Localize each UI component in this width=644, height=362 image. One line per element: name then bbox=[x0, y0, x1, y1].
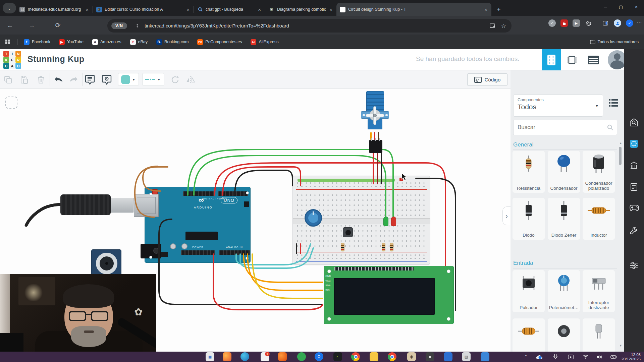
bookmark-amazon[interactable]: aAmazon.es bbox=[92, 39, 121, 45]
copy-icon[interactable] bbox=[3, 74, 13, 85]
minimize-button[interactable]: ─ bbox=[598, 4, 613, 9]
piezo-module[interactable] bbox=[91, 249, 121, 277]
taskbar-file-explorer[interactable]: ▣ bbox=[206, 352, 214, 361]
tinkercad-logo[interactable]: T I N K E R C A D bbox=[3, 51, 20, 69]
breadboard-view-button[interactable] bbox=[542, 49, 561, 70]
taskbar-folder[interactable] bbox=[370, 352, 378, 361]
arduino-uno-board[interactable]: DIGITAL (PWM~) ∞ ARDUINO UNO POWER ANALO… bbox=[145, 187, 251, 263]
bookmark-booking[interactable]: B.Booking.com bbox=[156, 39, 189, 45]
search-components-icon[interactable] bbox=[630, 118, 638, 127]
scroll-down-icon[interactable]: ▼ bbox=[619, 344, 622, 347]
search-box[interactable] bbox=[513, 120, 617, 135]
taskbar-photos[interactable] bbox=[481, 352, 489, 361]
component-capacitor-polarized[interactable]: Condensador polarizado bbox=[583, 151, 615, 193]
undo-icon[interactable] bbox=[53, 74, 64, 85]
mirror-icon[interactable] bbox=[185, 74, 196, 85]
adblock-check-icon[interactable]: ✓ bbox=[548, 19, 556, 27]
taskbar-mail[interactable]: 1 bbox=[261, 352, 269, 361]
taskbar-blue-app[interactable] bbox=[444, 352, 452, 361]
bookmark-star-icon[interactable]: ☆ bbox=[501, 22, 506, 29]
taskbar-chrome-active[interactable] bbox=[388, 352, 396, 361]
resistor[interactable] bbox=[382, 243, 385, 251]
led-green[interactable] bbox=[383, 217, 388, 226]
rail-holes[interactable] bbox=[296, 254, 427, 260]
scroll-up-icon[interactable]: ▲ bbox=[619, 141, 622, 145]
tab-editar-curso[interactable]: 🎓 Editar curso: Curso Iniciación A × bbox=[93, 3, 194, 16]
schematic-view-button[interactable] bbox=[562, 49, 581, 70]
maximize-button[interactable]: ▢ bbox=[613, 4, 629, 9]
address-bar[interactable]: V/N tinkercad.com/things/3pY63JmtKpt/edi… bbox=[107, 19, 512, 33]
side-panel-icon[interactable] bbox=[602, 19, 609, 27]
close-window-button[interactable]: × bbox=[629, 4, 644, 9]
delete-icon[interactable] bbox=[36, 74, 46, 85]
terminal-holes-bottom[interactable] bbox=[296, 224, 427, 249]
tab-tinkercad-active[interactable]: Circuit design Stunning Kup - T × bbox=[336, 3, 491, 16]
close-tab-icon[interactable]: × bbox=[484, 7, 488, 12]
tray-onedrive-icon[interactable]: i bbox=[533, 352, 545, 362]
usb-plug-body[interactable] bbox=[60, 194, 111, 215]
tray-volume-icon[interactable] bbox=[594, 352, 605, 362]
notes-icon[interactable] bbox=[85, 74, 95, 85]
taskbar-edge[interactable] bbox=[240, 352, 249, 361]
servo-connector[interactable] bbox=[369, 140, 382, 153]
lcd-display[interactable]: GNDVCCSDASCL bbox=[324, 266, 454, 324]
bookmark-aliexpress[interactable]: AliAliExpress bbox=[251, 39, 278, 45]
install-app-icon[interactable] bbox=[490, 23, 496, 28]
tab-diagrama-parking[interactable]: ✳ Diagrama parking domotico × bbox=[265, 3, 336, 16]
bookmark-ebay[interactable]: eeBay bbox=[130, 39, 148, 45]
lock-extension-icon[interactable] bbox=[560, 19, 568, 27]
lcd-pin-header[interactable] bbox=[334, 267, 414, 270]
servo-motor[interactable] bbox=[361, 91, 389, 133]
rail-holes[interactable] bbox=[296, 182, 427, 188]
bookmark-facebook[interactable]: fFacebook bbox=[24, 39, 50, 45]
wrench-icon[interactable] bbox=[630, 226, 638, 235]
potentiometer[interactable] bbox=[305, 209, 322, 227]
list-view-button[interactable] bbox=[584, 49, 603, 70]
code-button[interactable]: Código bbox=[467, 73, 507, 86]
components-filter-dropdown[interactable]: Componentes Todos ▾ bbox=[513, 95, 603, 117]
component-zener-diode[interactable]: Diodo Zener bbox=[548, 198, 580, 240]
taskbar-dark-app[interactable]: ◆ bbox=[426, 352, 434, 361]
profile-avatar[interactable] bbox=[614, 19, 621, 27]
component-pushbutton[interactable]: Pulsador bbox=[513, 270, 545, 312]
led-red[interactable] bbox=[391, 217, 396, 226]
bookmark-pccomponentes[interactable]: PCPcComponentes.es bbox=[197, 39, 242, 45]
component-inductor[interactable]: Inductor bbox=[583, 198, 615, 240]
tray-clock[interactable]: 12:03 20/12/2025 bbox=[620, 352, 643, 362]
all-bookmarks-button[interactable]: Todos los marcadores bbox=[590, 40, 639, 44]
search-input[interactable] bbox=[514, 124, 607, 131]
sync-check-badge[interactable]: ✓ bbox=[626, 19, 633, 27]
label-inspect-icon[interactable] bbox=[101, 74, 112, 85]
taskbar-calculator[interactable]: ▤ bbox=[462, 352, 471, 361]
collapse-panel-handle[interactable]: › bbox=[502, 206, 511, 225]
notes-panel-icon[interactable] bbox=[630, 182, 638, 191]
components-active-icon[interactable] bbox=[630, 139, 638, 148]
new-tab-button[interactable]: + bbox=[494, 5, 503, 14]
tray-microphone-icon[interactable] bbox=[550, 352, 561, 362]
extensions-puzzle-icon[interactable] bbox=[585, 19, 592, 27]
close-tab-icon[interactable]: × bbox=[186, 7, 190, 12]
taskbar-browser-o[interactable]: O bbox=[315, 352, 323, 361]
component-diode[interactable]: Diodo bbox=[513, 198, 545, 240]
library-icon[interactable] bbox=[630, 161, 638, 170]
paste-icon[interactable] bbox=[19, 74, 30, 85]
tray-wifi-icon[interactable] bbox=[580, 352, 591, 362]
url-text[interactable]: tinkercad.com/things/3pY63JmtKpt/editel?… bbox=[145, 23, 289, 28]
component-potentiometer[interactable]: Potenciómet… bbox=[548, 270, 580, 312]
taskbar-chromium[interactable] bbox=[351, 352, 360, 361]
component-capacitor[interactable]: Condensador bbox=[548, 151, 580, 193]
vpn-badge[interactable]: V/N bbox=[111, 22, 127, 29]
back-icon[interactable]: ← bbox=[0, 22, 20, 29]
close-tab-icon[interactable]: × bbox=[329, 7, 333, 12]
component-slide-switch[interactable]: Interruptor deslizante bbox=[583, 270, 615, 312]
tab-mediateca[interactable]: 🎞 mediateca.educa.madrid.org × bbox=[16, 3, 93, 16]
close-tab-icon[interactable]: × bbox=[257, 7, 262, 12]
digital-header-left[interactable] bbox=[183, 191, 214, 196]
component-partial-knob[interactable] bbox=[548, 318, 580, 352]
taskbar-firefox-dev[interactable] bbox=[278, 352, 287, 361]
pushbutton[interactable] bbox=[343, 227, 353, 237]
tray-battery-icon[interactable] bbox=[608, 352, 619, 362]
tab-search-button[interactable]: ⌄ bbox=[3, 3, 16, 13]
analog-header[interactable] bbox=[219, 250, 250, 255]
tray-chevron-icon[interactable]: ⌃ bbox=[521, 352, 531, 362]
